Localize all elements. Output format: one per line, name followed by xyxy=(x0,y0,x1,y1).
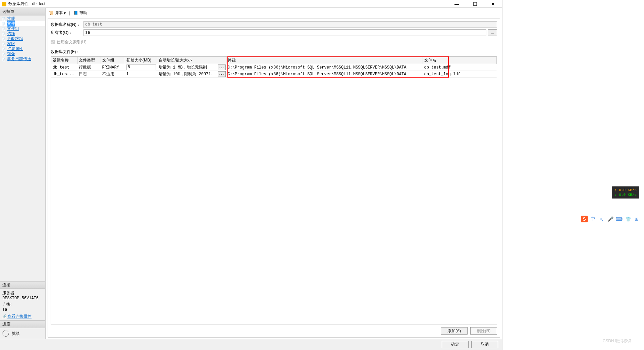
size-input[interactable]: 5 xyxy=(126,64,156,70)
col-init-size[interactable]: 初始大小(MB) xyxy=(125,57,157,64)
sidebar: 选择页 常规文件文件组选项更改跟踪权限扩展属性镜像事务日志传送 连接 服务器: … xyxy=(0,8,46,339)
files-section-label: 数据库文件(F)： xyxy=(51,49,497,55)
window-titlebar: 数据库属性 - db_test — ☐ ✕ xyxy=(0,0,502,8)
col-file-type[interactable]: 文件类型 xyxy=(77,57,101,64)
sidebar-item-事务日志传送[interactable]: 事务日志传送 xyxy=(0,56,45,61)
watermark: CSDN 取消标识 xyxy=(603,338,631,344)
sidebar-item-文件组[interactable]: 文件组 xyxy=(0,26,45,31)
ime-skin-icon[interactable]: 👕 xyxy=(625,216,631,222)
upload-speed: ↑ 0.0 KB/s xyxy=(614,188,637,192)
select-page-header: 选择页 xyxy=(0,8,45,15)
cell-grow-btn: ... xyxy=(216,71,226,78)
cell-grow: 增量为 10%，限制为 20971... xyxy=(157,71,216,78)
cell-size: 5 xyxy=(125,64,157,71)
ime-mic-icon[interactable]: 🎤 xyxy=(607,216,614,222)
cell-grow-btn: ... xyxy=(216,64,226,71)
sidebar-item-扩展属性[interactable]: 扩展属性 xyxy=(0,46,45,51)
cell-group: 不适用 xyxy=(101,71,125,78)
sidebar-item-权限[interactable]: 权限 xyxy=(0,41,45,46)
window-title: 数据库属性 - db_test xyxy=(8,1,452,7)
table-row[interactable]: db_test行数据PRIMARY5增量为 1 MB，增长无限制...C:\Pr… xyxy=(51,64,497,71)
server-label: 服务器: xyxy=(2,290,43,296)
fulltext-checkbox xyxy=(51,40,55,44)
page-icon xyxy=(2,37,6,41)
cell-path: C:\Program Files (x86)\Microsoft SQL Ser… xyxy=(226,64,423,71)
download-speed: ↓ 0.0 KB/s xyxy=(614,192,637,197)
page-icon xyxy=(2,17,6,21)
script-button[interactable]: 脚本 ▾ xyxy=(48,10,67,16)
page-icon xyxy=(2,32,6,36)
remove-button: 删除(R) xyxy=(470,327,497,335)
fulltext-label: 使用全文索引(U) xyxy=(57,39,87,45)
spinner-icon xyxy=(2,330,9,337)
conn-label: 连接: xyxy=(2,302,43,307)
cell-type: 行数据 xyxy=(77,64,101,71)
cell-fname: db_test.mdf xyxy=(423,64,497,71)
page-icon xyxy=(2,52,6,56)
conn-value: sa xyxy=(2,307,43,312)
page-icon xyxy=(2,42,6,46)
database-icon xyxy=(2,2,6,6)
ime-toolbox-icon[interactable]: ⊞ xyxy=(633,216,640,222)
connection-header: 连接 xyxy=(0,281,45,289)
sidebar-item-更改跟踪[interactable]: 更改跟踪 xyxy=(0,36,45,41)
db-name-input xyxy=(84,21,497,28)
owner-label: 所有者(O)： xyxy=(51,30,84,36)
cell-fname: db_test_log.ldf xyxy=(423,71,497,78)
owner-browse-button[interactable]: ... xyxy=(488,29,497,36)
page-icon xyxy=(2,47,6,51)
page-icon xyxy=(2,22,6,26)
toolbar-separator: | xyxy=(69,11,70,15)
cell-size: 1 xyxy=(125,71,157,78)
sidebar-item-常规[interactable]: 常规 xyxy=(0,16,45,21)
sidebar-item-文件[interactable]: 文件 xyxy=(0,21,45,26)
sidebar-item-选项[interactable]: 选项 xyxy=(0,31,45,36)
progress-status: 就绪 xyxy=(12,331,20,337)
ime-punct-icon[interactable]: •, xyxy=(598,216,605,222)
network-overlay: ↑ 0.0 KB/s ↓ 0.0 KB/s xyxy=(612,186,639,199)
ime-logo-icon[interactable]: S xyxy=(581,216,588,222)
maximize-button[interactable]: ☐ xyxy=(470,1,480,7)
ok-button[interactable]: 确定 xyxy=(442,341,469,348)
col-file-group[interactable]: 文件组 xyxy=(101,57,125,64)
autogrow-browse-button[interactable]: ... xyxy=(218,64,226,70)
db-name-label: 数据库名称(N)： xyxy=(51,22,84,28)
cell-group: PRIMARY xyxy=(101,64,125,71)
table-row[interactable]: db_test...日志不适用1增量为 10%，限制为 20971......C… xyxy=(51,71,497,78)
sidebar-item-镜像[interactable]: 镜像 xyxy=(0,51,45,56)
sidebar-item-label: 事务日志传送 xyxy=(7,56,31,62)
close-button[interactable]: ✕ xyxy=(488,1,498,7)
owner-input[interactable] xyxy=(84,29,486,36)
autogrow-browse-button[interactable]: ... xyxy=(218,71,226,77)
cell-name: db_test... xyxy=(51,71,77,78)
minimize-button[interactable]: — xyxy=(452,1,462,7)
cell-path: C:\Program Files (x86)\Microsoft SQL Ser… xyxy=(226,71,423,78)
files-table: 逻辑名称 文件类型 文件组 初始大小(MB) 自动增长/最大大小 路径 文件名 … xyxy=(51,56,497,78)
col-filename[interactable]: 文件名 xyxy=(423,57,497,64)
page-icon xyxy=(2,27,6,31)
col-autogrow[interactable]: 自动增长/最大大小 xyxy=(157,57,226,64)
progress-header: 进度 xyxy=(0,320,45,328)
ime-keyboard-icon[interactable]: ⌨ xyxy=(616,216,623,222)
page-icon xyxy=(2,57,6,61)
cancel-button[interactable]: 取消 xyxy=(471,341,498,348)
add-button[interactable]: 添加(A) xyxy=(441,327,468,335)
ime-toolbar[interactable]: S 中 •, 🎤 ⌨ 👕 ⊞ xyxy=(581,216,640,222)
help-button[interactable]: 帮助 xyxy=(72,10,89,16)
cell-name: db_test xyxy=(51,64,77,71)
server-value: DESKTOP-56V1AT6 xyxy=(2,296,43,301)
col-path[interactable]: 路径 xyxy=(226,57,423,64)
col-logical-name[interactable]: 逻辑名称 xyxy=(51,57,77,64)
view-connection-link[interactable]: 查看连接属性 xyxy=(2,314,32,319)
cell-grow: 增量为 1 MB，增长无限制 xyxy=(157,64,216,71)
cell-type: 日志 xyxy=(77,71,101,78)
files-table-container: 逻辑名称 文件类型 文件组 初始大小(MB) 自动增长/最大大小 路径 文件名 … xyxy=(51,56,497,324)
ime-lang-icon[interactable]: 中 xyxy=(590,216,596,222)
